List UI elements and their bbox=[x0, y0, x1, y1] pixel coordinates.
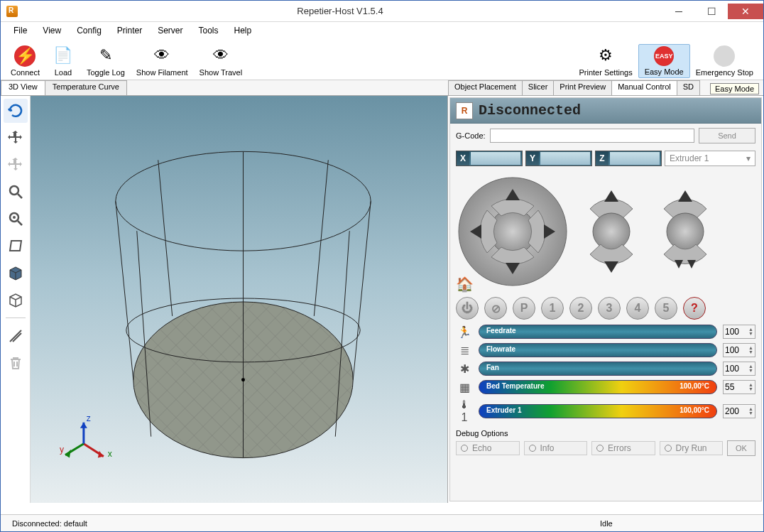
debug-errors-radio[interactable]: Errors bbox=[591, 441, 655, 455]
bed-icon[interactable]: ▦ bbox=[456, 381, 473, 394]
easy-mode-button[interactable]: EASY Easy Mode bbox=[638, 44, 690, 78]
debug-ok-button[interactable]: OK bbox=[727, 440, 755, 456]
debug-echo-radio[interactable]: Echo bbox=[456, 441, 520, 455]
close-button[interactable]: ✕ bbox=[728, 4, 763, 19]
emergency-stop-button[interactable]: Emergency Stop bbox=[690, 44, 759, 78]
bed-temp-slider[interactable]: Bed Temperature100,00°C bbox=[479, 380, 717, 394]
flowrate-spinner[interactable]: 100▲▼ bbox=[723, 343, 755, 357]
build-volume-render: x y z bbox=[31, 96, 447, 503]
menu-config[interactable]: Config bbox=[70, 24, 109, 37]
motors-off-button[interactable]: ⊘ bbox=[484, 297, 507, 320]
debug-dryrun-radio[interactable]: Dry Run bbox=[660, 441, 724, 455]
status-idle: Idle bbox=[594, 519, 758, 528]
extruder-temp-slider[interactable]: Extruder 1100,00°C bbox=[479, 404, 717, 418]
extruder-jog-control bbox=[653, 175, 717, 288]
clear-lines-button[interactable] bbox=[4, 324, 28, 348]
zoom-fit-icon bbox=[7, 210, 24, 227]
extruder-icon[interactable]: 🌡1 bbox=[456, 398, 473, 424]
flowrate-slider[interactable]: Flowrate bbox=[479, 343, 717, 357]
fan-icon[interactable]: ✱ bbox=[456, 362, 473, 376]
debug-info-radio[interactable]: Info bbox=[524, 441, 588, 455]
menu-view[interactable]: View bbox=[36, 24, 68, 37]
preset-4-button[interactable]: 4 bbox=[626, 297, 649, 320]
zoom-fit-button[interactable] bbox=[4, 207, 28, 231]
iso2-button[interactable] bbox=[4, 288, 28, 312]
menu-tools[interactable]: Tools bbox=[192, 24, 226, 37]
eye-icon: 👁 bbox=[150, 44, 174, 67]
chevron-down-icon: ▾ bbox=[746, 153, 751, 163]
cube-front-icon bbox=[7, 264, 24, 281]
svg-line-14 bbox=[314, 160, 328, 316]
feedrate-spinner[interactable]: 100▲▼ bbox=[723, 325, 755, 339]
tab-3d-view[interactable]: 3D View bbox=[1, 80, 45, 95]
svg-point-18 bbox=[241, 378, 245, 381]
xy-jog-control bbox=[456, 175, 569, 288]
delete-button[interactable] bbox=[4, 351, 28, 375]
tab-slicer[interactable]: Slicer bbox=[522, 80, 555, 95]
send-gcode-button[interactable]: Send bbox=[699, 128, 755, 143]
z-center-button[interactable] bbox=[593, 213, 630, 250]
svg-line-5 bbox=[10, 330, 21, 342]
park-button[interactable]: P bbox=[513, 297, 535, 320]
menu-file[interactable]: File bbox=[6, 24, 34, 37]
extruder-select[interactable]: Extruder 1▾ bbox=[665, 151, 755, 166]
svg-marker-33 bbox=[604, 190, 618, 202]
toggle-log-button[interactable]: ✎ Toggle Log bbox=[81, 43, 131, 78]
cube-wire-icon bbox=[7, 291, 24, 308]
menu-server[interactable]: Server bbox=[151, 24, 190, 37]
tab-manual-control[interactable]: Manual Control bbox=[611, 80, 677, 95]
xy-center-button[interactable] bbox=[490, 209, 535, 254]
gcode-input[interactable] bbox=[490, 129, 694, 143]
x-position[interactable]: X bbox=[456, 151, 523, 166]
feedrate-slider[interactable]: Feedrate bbox=[479, 325, 717, 339]
pencil-icon: ✎ bbox=[94, 44, 118, 67]
extruder-center-button[interactable] bbox=[667, 213, 704, 250]
bed-temp-spinner[interactable]: 55▲▼ bbox=[723, 380, 755, 394]
tab-sd-card[interactable]: SD bbox=[677, 80, 700, 95]
preset-1-button[interactable]: 1 bbox=[541, 297, 564, 320]
power-button[interactable]: ⏻ bbox=[456, 297, 479, 320]
help-button[interactable]: ? bbox=[683, 297, 706, 320]
maximize-button[interactable]: ☐ bbox=[695, 4, 728, 19]
titlebar: Repetier-Host V1.5.4 ─ ☐ ✕ bbox=[1, 1, 763, 22]
z-position[interactable]: Z bbox=[595, 151, 662, 166]
menu-help[interactable]: Help bbox=[227, 24, 259, 37]
move-object-button[interactable] bbox=[4, 153, 28, 177]
menubar: File View Config Printer Server Tools He… bbox=[1, 22, 763, 39]
viewport-toolbar bbox=[1, 96, 31, 503]
move-view-button[interactable] bbox=[4, 126, 28, 150]
tab-temp-curve[interactable]: Temperature Curve bbox=[45, 80, 127, 95]
load-button[interactable]: 📄 Load bbox=[45, 43, 81, 78]
toolbar: ⚡ Connect 📄 Load ✎ Toggle Log 👁 Show Fil… bbox=[1, 39, 763, 80]
y-position[interactable]: Y bbox=[525, 151, 592, 166]
tab-object-placement[interactable]: Object Placement bbox=[448, 80, 523, 95]
window-title: Repetier-Host V1.5.4 bbox=[18, 6, 662, 16]
svg-marker-24 bbox=[80, 423, 87, 428]
connect-button[interactable]: ⚡ Connect bbox=[5, 44, 45, 78]
extruder-temp-spinner[interactable]: 200▲▼ bbox=[723, 404, 755, 418]
preset-5-button[interactable]: 5 bbox=[655, 297, 677, 320]
show-travel-button[interactable]: 👁 Show Travel bbox=[194, 43, 249, 78]
preset-3-button[interactable]: 3 bbox=[598, 297, 621, 320]
svg-line-4 bbox=[18, 221, 22, 225]
3d-viewport[interactable]: x y z bbox=[31, 96, 447, 503]
preset-2-button[interactable]: 2 bbox=[569, 297, 592, 320]
printer-settings-button[interactable]: ⚙ Printer Settings bbox=[573, 43, 638, 78]
menu-printer[interactable]: Printer bbox=[110, 24, 149, 37]
fan-slider[interactable]: Fan bbox=[479, 362, 717, 376]
zoom-button[interactable] bbox=[4, 180, 28, 204]
fan-spinner[interactable]: 100▲▼ bbox=[723, 362, 755, 376]
minimize-button[interactable]: ─ bbox=[662, 4, 695, 19]
svg-marker-34 bbox=[604, 261, 618, 273]
rotate-view-button[interactable] bbox=[4, 99, 28, 123]
perspective-button[interactable] bbox=[4, 234, 28, 258]
home-button[interactable]: 🏠 bbox=[456, 276, 474, 293]
tab-print-preview[interactable]: Print Preview bbox=[553, 80, 612, 95]
svg-marker-37 bbox=[687, 260, 696, 268]
status-connection: Disconnected: default bbox=[6, 519, 93, 528]
svg-text:x: x bbox=[108, 449, 112, 459]
manual-control-panel: R Disconnected G-Code: Send X Y Z Extrud… bbox=[449, 97, 762, 501]
iso1-button[interactable] bbox=[4, 261, 28, 285]
show-filament-button[interactable]: 👁 Show Filament bbox=[131, 43, 194, 78]
svg-point-3 bbox=[13, 216, 16, 219]
